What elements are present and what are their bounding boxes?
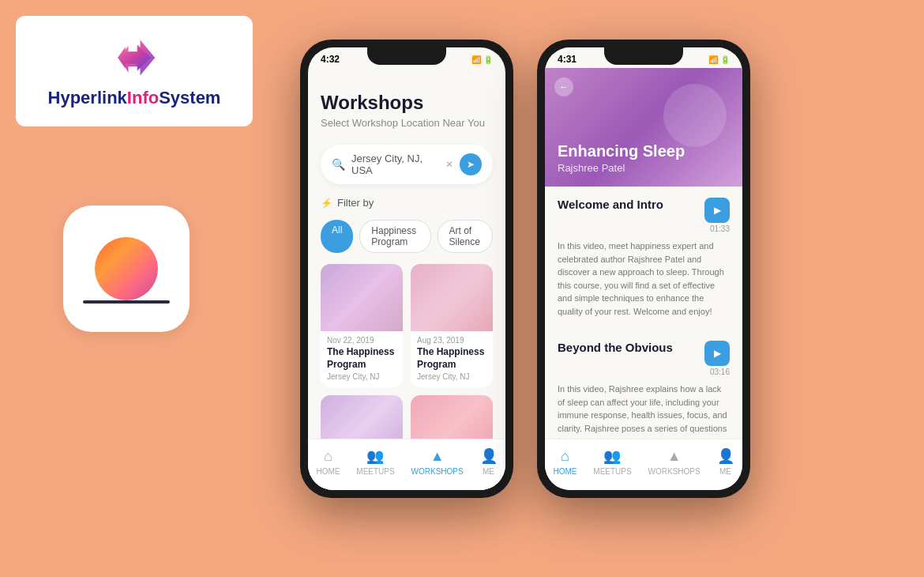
nav-workshops-label-1: WORKSHOPS <box>411 467 464 476</box>
card-location-2: Jersey City, NJ <box>417 372 486 381</box>
card-title-2: The Happiness Program <box>417 346 486 371</box>
search-value: Jersey City, NJ, USA <box>351 153 439 176</box>
chip-all[interactable]: All <box>321 220 353 253</box>
horizon-line <box>83 300 170 304</box>
meetups-icon-2: 👥 <box>603 447 621 465</box>
location-icon[interactable]: ➤ <box>460 153 482 175</box>
video-badge-1: ▶ <box>704 198 730 223</box>
lesson-desc-1: In this video, meet happiness expert and… <box>558 239 730 318</box>
lesson-duration-2: 03:16 <box>704 368 730 376</box>
search-icon: 🔍 <box>332 158 345 171</box>
nav-meetups-label-1: MEETUPS <box>356 467 394 476</box>
workshops-icon-1: ▲ <box>430 448 445 465</box>
video-badge-2: ▶ <box>704 341 730 366</box>
card-image-1 <box>321 264 403 331</box>
logo-container: HyperlinkInfoSystem <box>16 16 253 126</box>
nav-meetups-label-2: MEETUPS <box>593 467 631 476</box>
card-title-1: The Happiness Program <box>327 346 396 371</box>
back-button[interactable]: ← <box>554 77 573 96</box>
nav-meetups-1[interactable]: 👥 MEETUPS <box>356 447 394 476</box>
course-content: Welcome and Intro ▶ 01:33 In this video,… <box>545 187 742 460</box>
sun-icon <box>95 237 158 300</box>
nav-home-label-2: HOME <box>553 467 577 476</box>
meetups-icon-1: 👥 <box>366 447 384 465</box>
nav-workshops-1[interactable]: ▲ WORKSHOPS <box>411 448 464 476</box>
lesson-title-2: Beyond the Obvious <box>558 341 673 354</box>
card-location-1: Jersey City, NJ <box>327 372 396 381</box>
filter-row: ⚡ Filter by <box>308 190 505 215</box>
status-icons-1: 📶 🔋 <box>471 55 493 64</box>
course-header: ← Enhancing Sleep Rajshree Patel <box>545 68 742 187</box>
clear-icon[interactable]: ✕ <box>445 159 453 170</box>
me-icon-2: 👤 <box>717 447 734 465</box>
nav-workshops-label-2: WORKSHOPS <box>648 467 701 476</box>
home-icon-1: ⌂ <box>324 448 332 465</box>
nav-home-label-1: HOME <box>316 467 340 476</box>
nav-meetups-2[interactable]: 👥 MEETUPS <box>593 447 631 476</box>
filter-label: Filter by <box>337 197 374 209</box>
notch-2 <box>604 47 683 65</box>
workshop-card-2[interactable]: Aug 23, 2019 The Happiness Program Jerse… <box>411 264 493 387</box>
logo-text: HyperlinkInfoSystem <box>48 88 221 108</box>
nav-me-1[interactable]: 👤 ME <box>480 447 498 476</box>
nav-me-label-1: ME <box>483 467 494 476</box>
card-image-2 <box>411 264 493 331</box>
phone-workshops: 4:32 📶 🔋 Workshops Select Workshop Locat… <box>300 40 513 498</box>
card-date-1: Nov 22, 2019 <box>327 336 396 345</box>
home-icon-2: ⌂ <box>561 448 569 465</box>
card-date-2: Aug 23, 2019 <box>417 336 486 345</box>
nav-workshops-2[interactable]: ▲ WORKSHOPS <box>648 448 701 476</box>
phone-course: 4:31 📶 🔋 ← Enhancing Sleep Rajshree Pate… <box>537 40 750 498</box>
nav-home-1[interactable]: ⌂ HOME <box>316 448 340 476</box>
phones-container: 4:32 📶 🔋 Workshops Select Workshop Locat… <box>300 40 750 498</box>
decorative-circle <box>663 84 727 147</box>
nav-home-2[interactable]: ⌂ HOME <box>553 448 577 476</box>
workshops-subtitle: Select Workshop Location Near You <box>321 117 493 129</box>
bottom-nav-2: ⌂ HOME 👥 MEETUPS ▲ WORKSHOPS 👤 ME <box>545 439 742 490</box>
workshops-icon-2: ▲ <box>667 448 682 465</box>
bottom-nav-1: ⌂ HOME 👥 MEETUPS ▲ WORKSHOPS 👤 ME <box>308 439 505 490</box>
me-icon-1: 👤 <box>480 447 498 465</box>
chip-happiness[interactable]: Happiness Program <box>359 220 430 253</box>
course-screen: 4:31 📶 🔋 ← Enhancing Sleep Rajshree Pate… <box>545 47 742 490</box>
logo-icon <box>111 34 158 81</box>
course-author: Rajshree Patel <box>558 162 730 174</box>
notch-1 <box>367 47 446 65</box>
nav-me-2[interactable]: 👤 ME <box>717 447 734 476</box>
time-1: 4:32 <box>321 54 340 65</box>
time-2: 4:31 <box>558 54 577 65</box>
workshops-header: Workshops Select Workshop Location Near … <box>308 68 505 138</box>
chip-art[interactable]: Art of Silence <box>438 220 493 253</box>
status-icons-2: 📶 🔋 <box>708 55 730 64</box>
workshops-screen: 4:32 📶 🔋 Workshops Select Workshop Locat… <box>308 47 505 490</box>
chips-row: All Happiness Program Art of Silence <box>308 215 505 258</box>
app-icon <box>63 206 190 332</box>
workshop-card-1[interactable]: Nov 22, 2019 The Happiness Program Jerse… <box>321 264 403 387</box>
nav-me-label-2: ME <box>719 467 731 476</box>
workshops-title: Workshops <box>321 92 493 114</box>
filter-icon: ⚡ <box>321 198 332 209</box>
lesson-1[interactable]: Welcome and Intro ▶ 01:33 In this video,… <box>558 187 730 330</box>
lesson-duration-1: 01:33 <box>704 224 730 233</box>
lesson-title-1: Welcome and Intro <box>558 198 663 211</box>
search-bar[interactable]: 🔍 Jersey City, NJ, USA ✕ ➤ <box>321 145 493 184</box>
